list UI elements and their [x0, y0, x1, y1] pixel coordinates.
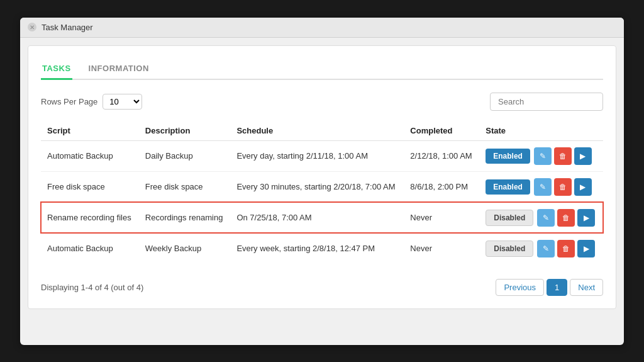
- edit-button[interactable]: ✎: [537, 209, 555, 227]
- rows-per-page-label: Rows Per Page: [41, 97, 97, 106]
- cell-state: Disabled ✎ 🗑 ▶: [479, 202, 603, 233]
- cell-script: Rename recording files: [41, 202, 139, 233]
- state-cell: Enabled ✎ 🗑 ▶: [486, 147, 597, 165]
- cell-schedule: Every week, starting 2/8/18, 12:47 PM: [230, 233, 404, 264]
- state-button-disabled[interactable]: Disabled: [486, 210, 533, 226]
- search-input[interactable]: [490, 93, 603, 111]
- delete-button[interactable]: 🗑: [554, 147, 572, 165]
- run-button[interactable]: ▶: [577, 240, 595, 257]
- action-buttons: ✎ 🗑 ▶: [537, 209, 595, 227]
- tasks-table: Script Description Schedule Completed St…: [41, 121, 603, 264]
- delete-button[interactable]: 🗑: [554, 178, 572, 196]
- edit-button[interactable]: ✎: [534, 147, 552, 165]
- next-button[interactable]: Next: [570, 279, 603, 296]
- displaying-text: Displaying 1-4 of 4 (out of 4): [41, 283, 143, 292]
- close-button[interactable]: ✕: [28, 23, 36, 31]
- col-schedule: Schedule: [230, 121, 404, 141]
- cell-completed: Never: [404, 233, 479, 264]
- state-cell: Disabled ✎ 🗑 ▶: [486, 209, 597, 227]
- state-button-enabled[interactable]: Enabled: [486, 179, 530, 195]
- cell-state: Enabled ✎ 🗑 ▶: [479, 140, 603, 171]
- cell-completed: 8/6/18, 2:00 PM: [404, 171, 479, 202]
- state-button-enabled[interactable]: Enabled: [486, 149, 530, 164]
- state-cell: Disabled ✎ 🗑 ▶: [486, 240, 597, 257]
- rows-per-page-select[interactable]: 10 25 50: [103, 94, 142, 110]
- edit-button[interactable]: ✎: [534, 178, 552, 196]
- run-button[interactable]: ▶: [574, 147, 592, 165]
- cell-script: Automatic Backup: [41, 140, 139, 171]
- cell-script: Free disk space: [41, 171, 139, 202]
- tab-bar: TASKS INFORMATION: [41, 59, 603, 80]
- cell-description: Daily Backup: [139, 140, 231, 171]
- pagination: Previous 1 Next: [496, 279, 603, 296]
- tab-information[interactable]: INFORMATION: [87, 59, 150, 80]
- rows-per-page-control: Rows Per Page 10 25 50: [41, 94, 142, 110]
- cell-state: Enabled ✎ 🗑 ▶: [479, 171, 603, 202]
- cell-schedule: Every 30 minutes, starting 2/20/18, 7:00…: [230, 171, 404, 202]
- page-1-button[interactable]: 1: [547, 279, 567, 296]
- action-buttons: ✎ 🗑 ▶: [537, 240, 595, 257]
- col-script: Script: [41, 121, 139, 141]
- table-row: Free disk space Free disk space Every 30…: [41, 171, 603, 202]
- main-content: TASKS INFORMATION Rows Per Page 10 25 50…: [28, 45, 616, 309]
- state-cell: Enabled ✎ 🗑 ▶: [486, 178, 597, 196]
- run-button[interactable]: ▶: [574, 178, 592, 196]
- action-buttons: ✎ 🗑 ▶: [534, 178, 592, 196]
- close-icon: ✕: [30, 24, 35, 31]
- table-row: Rename recording files Recordings renami…: [41, 202, 603, 233]
- delete-button[interactable]: 🗑: [557, 240, 575, 257]
- state-button-disabled[interactable]: Disabled: [486, 240, 533, 257]
- col-completed: Completed: [404, 121, 479, 141]
- table-row: Automatic Backup Daily Backup Every day,…: [41, 140, 603, 171]
- footer: Displaying 1-4 of 4 (out of 4) Previous …: [41, 274, 603, 296]
- cell-schedule: Every day, starting 2/11/18, 1:00 AM: [230, 140, 404, 171]
- run-button[interactable]: ▶: [577, 209, 595, 227]
- cell-completed: Never: [404, 202, 479, 233]
- previous-button[interactable]: Previous: [496, 279, 544, 296]
- action-buttons: ✎ 🗑 ▶: [534, 147, 592, 165]
- cell-description: Free disk space: [139, 171, 231, 202]
- edit-button[interactable]: ✎: [537, 240, 555, 257]
- title-bar: ✕ Task Manager: [20, 18, 624, 38]
- window: ✕ Task Manager TASKS INFORMATION Rows Pe…: [20, 18, 624, 345]
- cell-completed: 2/12/18, 1:00 AM: [404, 140, 479, 171]
- cell-description: Weekly Backup: [139, 233, 231, 264]
- delete-button[interactable]: 🗑: [557, 209, 575, 227]
- cell-description: Recordings renaming: [139, 202, 231, 233]
- table-body: Automatic Backup Daily Backup Every day,…: [41, 140, 603, 264]
- table-header: Script Description Schedule Completed St…: [41, 121, 603, 141]
- col-state: State: [479, 121, 603, 141]
- table-row: Automatic Backup Weekly Backup Every wee…: [41, 233, 603, 264]
- cell-schedule: On 7/25/18, 7:00 AM: [230, 202, 404, 233]
- col-description: Description: [139, 121, 231, 141]
- cell-state: Disabled ✎ 🗑 ▶: [479, 233, 603, 264]
- window-title: Task Manager: [42, 23, 93, 32]
- tab-tasks[interactable]: TASKS: [41, 59, 72, 80]
- cell-script: Automatic Backup: [41, 233, 139, 264]
- toolbar: Rows Per Page 10 25 50: [41, 93, 603, 111]
